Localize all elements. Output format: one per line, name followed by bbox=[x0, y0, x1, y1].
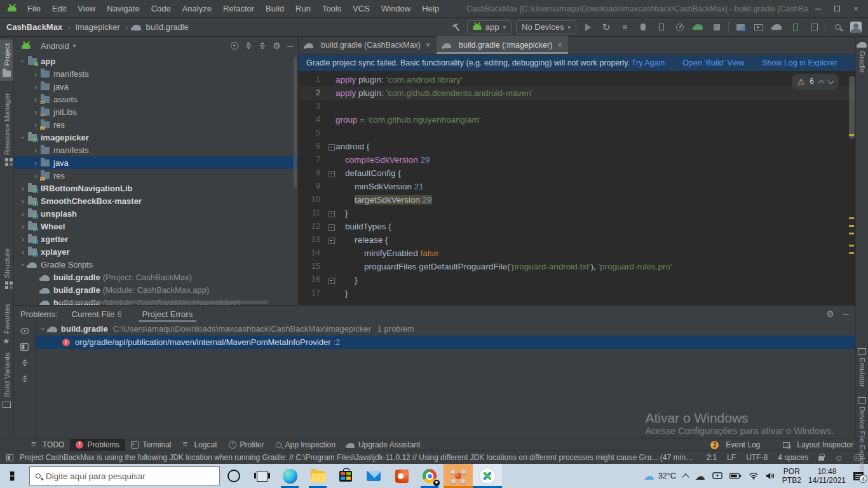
tool-window-event-log[interactable]: 2 Event Log bbox=[705, 439, 766, 451]
code-line[interactable]: 16 } bbox=[299, 273, 855, 287]
tree-item-unsplash[interactable]: ›unsplash bbox=[14, 207, 298, 220]
warning-stripe-mark[interactable] bbox=[849, 217, 854, 219]
tool-window-profiler[interactable]: Profiler bbox=[223, 439, 270, 451]
fold-marker-icon[interactable] bbox=[327, 140, 336, 153]
debug-icon[interactable] bbox=[636, 20, 650, 34]
gradle-elephant-icon[interactable] bbox=[770, 20, 784, 34]
notification-center-button[interactable]: 4 bbox=[853, 471, 864, 481]
project-vertical-scrollbar[interactable] bbox=[294, 57, 297, 187]
next-problem-icon[interactable] bbox=[828, 78, 834, 85]
close-tab-icon[interactable]: × bbox=[426, 41, 430, 50]
view-options-icon[interactable] bbox=[20, 327, 29, 335]
problems-file-row[interactable]: › build.gradle C:\Users\amaqu\Downloads\… bbox=[36, 322, 855, 336]
tree-item-manifests[interactable]: ›manifests bbox=[14, 67, 298, 80]
close-button[interactable]: × bbox=[846, 4, 865, 13]
expand-all-icon[interactable] bbox=[245, 42, 252, 50]
tree-item-assets[interactable]: ›assets bbox=[14, 93, 298, 105]
tree-item-manifests[interactable]: ›manifests bbox=[14, 144, 298, 156]
fold-marker-icon[interactable] bbox=[327, 220, 336, 233]
profiler-icon[interactable] bbox=[673, 20, 687, 34]
feedback-happy-icon[interactable]: ☺ bbox=[834, 453, 843, 463]
previous-problem-icon[interactable] bbox=[818, 79, 825, 86]
tree-item-res[interactable]: ›res bbox=[14, 118, 298, 131]
fold-marker-icon[interactable] bbox=[327, 166, 336, 180]
breadcrumb-item-imagepicker[interactable]: imagepicker bbox=[74, 22, 121, 32]
menu-help[interactable]: Help bbox=[416, 0, 445, 17]
menu-run[interactable]: Run bbox=[290, 0, 316, 17]
taskbar-chrome[interactable] bbox=[416, 464, 444, 488]
tray-overflow-icon[interactable] bbox=[682, 473, 689, 480]
menu-window[interactable]: Window bbox=[376, 0, 416, 17]
tree-item-jnilibs[interactable]: ›jniLibs bbox=[14, 105, 298, 118]
caret-position[interactable]: 2:1 bbox=[706, 453, 717, 462]
taskbar-edge[interactable] bbox=[276, 464, 304, 488]
menu-navigate[interactable]: Navigate bbox=[101, 0, 145, 17]
search-everywhere-icon[interactable] bbox=[831, 20, 844, 34]
taskbar-search[interactable] bbox=[29, 466, 220, 485]
tree-item-wheel[interactable]: ›Wheel bbox=[14, 220, 298, 233]
run-list-icon[interactable]: ≡ bbox=[618, 20, 632, 34]
project-horizontal-scrollbar[interactable] bbox=[58, 301, 268, 304]
cortana-button[interactable] bbox=[220, 464, 248, 488]
tool-window-terminal[interactable]: Terminal bbox=[125, 439, 177, 451]
taskbar-mail[interactable] bbox=[360, 464, 388, 488]
tool-window-layout-inspector[interactable]: Layout Inspector bbox=[777, 439, 859, 451]
chevron-collapsed-icon[interactable]: › bbox=[31, 158, 41, 168]
battery-icon[interactable] bbox=[729, 473, 742, 479]
maximize-button[interactable] bbox=[827, 4, 846, 13]
run-config-dropdown[interactable]: app ▾ bbox=[467, 20, 512, 34]
editor-tab-build-gradle-imagepicker[interactable]: build.gradle (:imagepicker)× bbox=[437, 36, 568, 54]
editor-tab-build-gradle-cashbackmax[interactable]: build.gradle (CashBackMax)× bbox=[299, 36, 437, 54]
lock-icon[interactable] bbox=[818, 456, 824, 461]
tool-strip-favorites[interactable]: Favorites ★ bbox=[0, 304, 13, 345]
taskbar-office[interactable] bbox=[388, 464, 416, 488]
taskbar-microsoft-store[interactable] bbox=[332, 464, 360, 488]
close-tab-icon[interactable]: × bbox=[557, 41, 562, 50]
run-icon[interactable] bbox=[581, 20, 595, 34]
menu-refactor[interactable]: Refactor bbox=[217, 0, 260, 17]
expand-all-icon[interactable] bbox=[21, 359, 29, 367]
search-input[interactable] bbox=[46, 471, 214, 481]
weather-widget[interactable]: ☁ 32°C bbox=[644, 471, 676, 482]
fold-marker-icon[interactable] bbox=[327, 233, 336, 247]
code-line[interactable]: 4group = 'com.github.nguyenhoanglam' bbox=[299, 113, 855, 126]
breadcrumb-item-build-gradle[interactable]: build.gradle bbox=[145, 22, 190, 32]
task-view-button[interactable] bbox=[248, 464, 276, 488]
code-line[interactable]: 6android { bbox=[299, 140, 855, 153]
attach-debugger-icon[interactable] bbox=[654, 20, 668, 34]
code-line[interactable]: 1apply plugin: 'com.android.library' bbox=[299, 73, 855, 86]
code-line[interactable]: 10 targetSdkVersion 29 bbox=[299, 193, 855, 207]
volume-icon[interactable] bbox=[766, 472, 775, 480]
code-line[interactable]: 8 defaultConfig { bbox=[299, 166, 855, 180]
code-editor[interactable]: 1apply plugin: 'com.android.library'2app… bbox=[299, 71, 855, 305]
menu-view[interactable]: View bbox=[72, 0, 101, 17]
gear-icon[interactable]: ⚙ bbox=[826, 309, 834, 319]
collapse-all-icon[interactable] bbox=[21, 375, 29, 383]
code-line[interactable]: 2apply plugin: 'com.github.dcendents.and… bbox=[299, 86, 855, 100]
chevron-collapsed-icon[interactable]: › bbox=[31, 107, 41, 117]
code-line[interactable]: 11 } bbox=[299, 207, 855, 220]
tool-window-logcat[interactable]: Logcat bbox=[177, 439, 223, 451]
problems-tab-project-errors[interactable]: Project Errors bbox=[140, 306, 195, 322]
tree-item-irbottomnavigationlib[interactable]: ›IRBottomNavigationLib bbox=[14, 182, 298, 194]
menu-analyze[interactable]: Analyze bbox=[177, 0, 217, 17]
minimize-button[interactable]: ─ bbox=[808, 4, 827, 13]
menu-tools[interactable]: Tools bbox=[316, 0, 347, 17]
problems-tab-current-file[interactable]: Current File6 bbox=[69, 306, 125, 322]
open-preview-icon[interactable] bbox=[20, 343, 29, 351]
chevron-expanded-icon[interactable]: › bbox=[18, 259, 28, 269]
tool-strip-emulator[interactable]: Emulator bbox=[856, 347, 868, 387]
warning-stripe-mark[interactable] bbox=[849, 233, 854, 234]
warning-stripe-mark[interactable] bbox=[849, 225, 854, 227]
tool-window-todo[interactable]: TODO bbox=[25, 439, 70, 451]
chevron-collapsed-icon[interactable]: › bbox=[18, 222, 28, 231]
tree-item-gradle-scripts[interactable]: ›Gradle Scripts bbox=[14, 258, 298, 271]
code-line[interactable]: 5 bbox=[299, 126, 855, 140]
tool-strip-build-variants[interactable]: Build Variants bbox=[0, 353, 13, 408]
layout-inspector-icon[interactable] bbox=[752, 20, 766, 34]
chevron-collapsed-icon[interactable]: › bbox=[18, 247, 28, 257]
language-indicator[interactable]: POR PTB2 bbox=[782, 467, 801, 485]
hide-panel-icon[interactable]: ─ bbox=[287, 41, 293, 51]
tree-item-java[interactable]: ›java bbox=[14, 80, 298, 93]
tool-strip-resource-manager[interactable]: Resource Manager bbox=[0, 93, 13, 161]
